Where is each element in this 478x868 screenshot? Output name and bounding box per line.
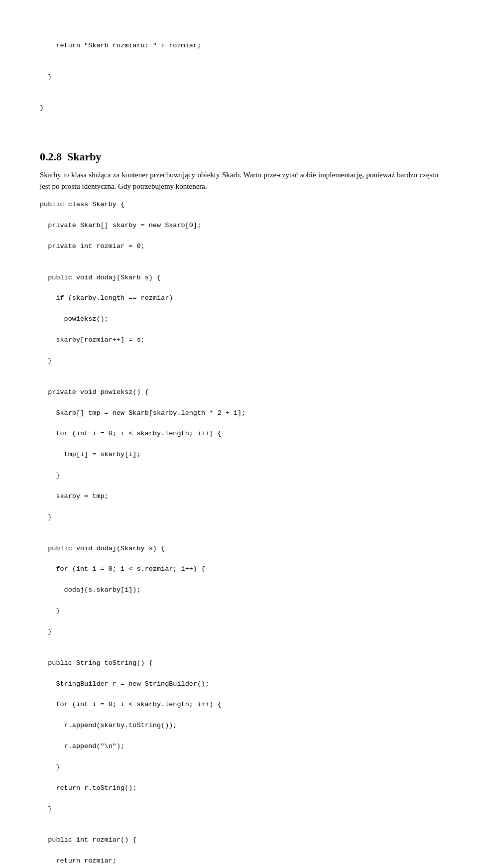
- code-line-34: public int rozmiar() {: [40, 835, 438, 846]
- code-line-close1: }: [40, 72, 438, 83]
- code-line-return: return "Skarb rozmiaru: " + rozmiar;: [40, 41, 438, 51]
- section-028-code: public class Skarby { private Skarb[] sk…: [40, 200, 438, 868]
- top-code-block: return "Skarb rozmiaru: " + rozmiar; } }: [40, 20, 438, 134]
- section-028-number: 0.2.8: [40, 150, 62, 163]
- code-line-23: }: [40, 627, 438, 637]
- section-028-intro: Skarby to klasa służąca za kontener prze…: [40, 169, 438, 192]
- code-line-5: public void dodaj(Skarb s) {: [40, 273, 438, 283]
- code-line-19: public void dodaj(Skarby s) {: [40, 544, 438, 554]
- code-line-26: StringBuilder r = new StringBuilder();: [40, 679, 438, 690]
- code-line-35: return rozmiar;: [40, 856, 438, 867]
- code-line-21: dodaj(s.skarby[i]);: [40, 585, 438, 596]
- section-028-title: Skarby: [67, 150, 101, 163]
- code-line-15: }: [40, 471, 438, 481]
- code-line-8: skarby[rozmiar++] = s;: [40, 335, 438, 346]
- section-028: 0.2.8 Skarby Skarby to klasa służąca za …: [40, 150, 438, 868]
- code-line-6: if (skarby.length == rozmiar): [40, 293, 438, 304]
- code-line-9: }: [40, 356, 438, 367]
- code-line-12: Skarb[] tmp = new Skarb[skarby.length * …: [40, 408, 438, 419]
- code-line-25: public String toString() {: [40, 658, 438, 669]
- code-line-3: private int rozmiar = 0;: [40, 242, 438, 252]
- code-line-20: for (int i = 0; i < s.rozmiar; i++) {: [40, 564, 438, 575]
- code-line-14: tmp[i] = skarby[i];: [40, 450, 438, 460]
- code-line-22: }: [40, 606, 438, 617]
- page-content: return "Skarb rozmiaru: " + rozmiar; } }…: [40, 20, 438, 868]
- code-line-32: }: [40, 804, 438, 815]
- code-line-31: return r.toString();: [40, 783, 438, 794]
- code-line-1: public class Skarby {: [40, 200, 438, 210]
- code-line-11: private void powieksz() {: [40, 387, 438, 398]
- code-line-30: }: [40, 762, 438, 773]
- code-line-29: r.append("\n");: [40, 742, 438, 752]
- code-line-28: r.append(skarby.toString());: [40, 721, 438, 731]
- code-line-27: for (int i = 0; i < skarby.length; i++) …: [40, 700, 438, 710]
- code-line-16: skarby = tmp;: [40, 492, 438, 502]
- code-line-2: private Skarb[] skarby = new Skarb[0];: [40, 221, 438, 231]
- code-line-7: powieksz();: [40, 314, 438, 325]
- code-line-13: for (int i = 0; i < skarby.length; i++) …: [40, 429, 438, 439]
- code-line-close2: }: [40, 103, 438, 114]
- section-028-heading: 0.2.8 Skarby: [40, 150, 438, 163]
- code-line-17: }: [40, 512, 438, 523]
